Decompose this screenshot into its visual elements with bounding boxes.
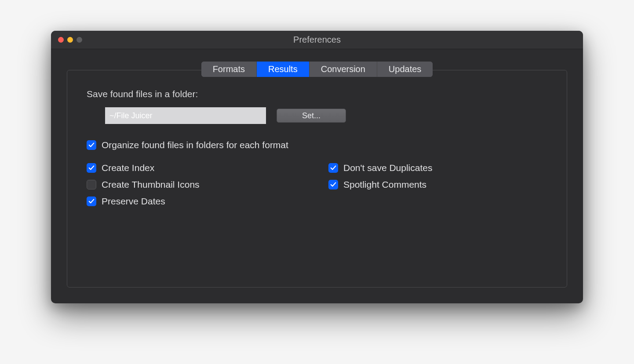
preserve-dates-row[interactable]: Preserve Dates	[87, 196, 328, 207]
preferences-window: Preferences Formats Results Conversion U…	[51, 31, 583, 303]
create-index-checkbox[interactable]	[87, 163, 96, 173]
save-folder-input[interactable]	[105, 107, 266, 124]
preserve-dates-label: Preserve Dates	[102, 196, 165, 207]
organize-checkbox[interactable]	[87, 140, 96, 150]
spotlight-checkbox[interactable]	[328, 180, 338, 189]
traffic-lights	[51, 37, 82, 43]
close-button[interactable]	[58, 37, 64, 43]
organize-label: Organize found files in folders for each…	[102, 140, 288, 150]
save-folder-row: Set...	[87, 107, 547, 124]
create-thumb-checkbox[interactable]	[87, 180, 96, 189]
checkbox-columns: Create Index Create Thumbnail Icons Pres…	[87, 163, 547, 213]
create-index-row[interactable]: Create Index	[87, 163, 328, 173]
checkmark-icon	[330, 165, 336, 171]
checkmark-icon	[88, 165, 95, 171]
results-groupbox: Save found files in a folder: Set... Org…	[67, 70, 567, 288]
create-index-label: Create Index	[102, 163, 154, 173]
checkmark-icon	[88, 198, 95, 204]
save-folder-label: Save found files in a folder:	[87, 89, 547, 99]
content-area: Formats Results Conversion Updates Save …	[51, 49, 583, 303]
titlebar: Preferences	[51, 31, 583, 49]
no-duplicates-checkbox[interactable]	[328, 163, 338, 173]
organize-checkbox-row[interactable]: Organize found files in folders for each…	[87, 140, 547, 150]
tab-updates[interactable]: Updates	[377, 62, 433, 77]
checkmark-icon	[330, 182, 336, 188]
create-thumb-row[interactable]: Create Thumbnail Icons	[87, 179, 328, 190]
set-button[interactable]: Set...	[277, 109, 346, 123]
window-title: Preferences	[51, 35, 583, 45]
tab-conversion[interactable]: Conversion	[310, 62, 377, 77]
spotlight-row[interactable]: Spotlight Comments	[328, 179, 547, 190]
zoom-button[interactable]	[77, 37, 82, 43]
no-duplicates-row[interactable]: Don't save Duplicates	[328, 163, 547, 173]
checkmark-icon	[88, 142, 95, 148]
tab-formats[interactable]: Formats	[201, 62, 257, 77]
create-thumb-label: Create Thumbnail Icons	[102, 179, 200, 190]
tabbar: Formats Results Conversion Updates	[67, 62, 567, 77]
preserve-dates-checkbox[interactable]	[87, 197, 96, 206]
tab-results[interactable]: Results	[257, 62, 310, 77]
spotlight-label: Spotlight Comments	[343, 179, 426, 190]
no-duplicates-label: Don't save Duplicates	[343, 163, 432, 173]
minimize-button[interactable]	[67, 37, 73, 43]
